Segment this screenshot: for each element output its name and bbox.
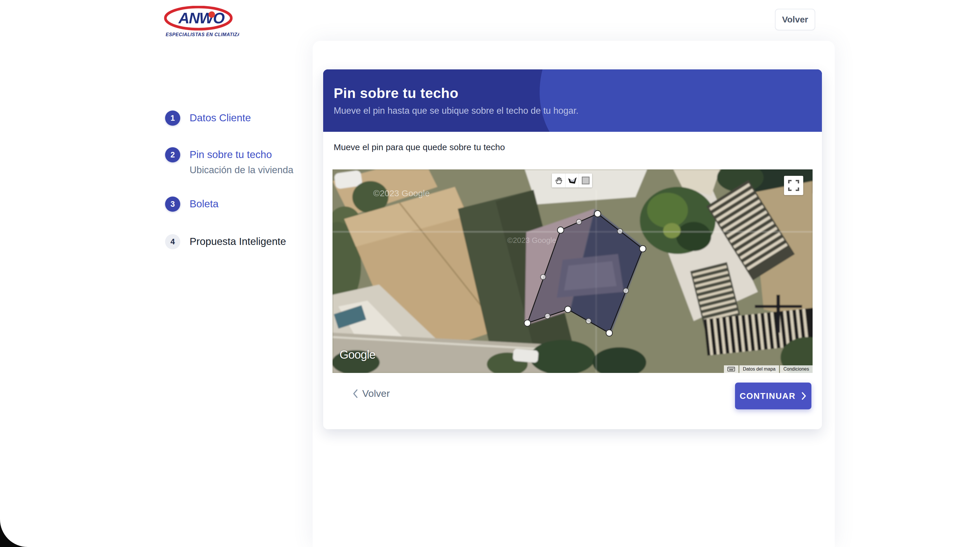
polygon-vertex-handle[interactable]	[524, 320, 531, 326]
step-label: Boleta	[189, 198, 218, 210]
step-sublabel: Ubicación de la vivienda	[189, 164, 293, 175]
step-label: Datos Cliente	[189, 112, 251, 124]
polygon-vertex-handle[interactable]	[606, 330, 612, 336]
map-terms-link[interactable]: Condiciones	[780, 365, 813, 373]
stepper-item-pin-techo[interactable]: 2 Pin sobre tu techo Ubicación de la viv…	[165, 147, 293, 175]
card-back-label: Volver	[362, 388, 390, 399]
polygon-vertex-handle[interactable]	[557, 227, 564, 233]
map-watermark: ©2023 Google	[373, 188, 430, 198]
card-title: Pin sobre tu techo	[334, 85, 458, 101]
polygon-midpoint-handle[interactable]	[623, 288, 628, 293]
card-subtitle: Mueve el pin hasta que se ubique sobre e…	[334, 105, 578, 116]
polygon-midpoint-handle[interactable]	[586, 318, 591, 324]
card-header: Pin sobre tu techo Mueve el pin hasta qu…	[323, 69, 822, 132]
map-fullscreen-button[interactable]	[784, 176, 803, 195]
chevron-right-icon	[801, 391, 807, 400]
polygon-vertex-handle[interactable]	[640, 245, 646, 252]
chevron-left-icon	[352, 389, 359, 399]
map-attribution-bar: Datos del mapa Condiciones	[724, 365, 813, 373]
map-instruction: Mueve el pin para que quede sobre tu tec…	[334, 142, 505, 152]
stepper-item-boleta[interactable]: 3 Boleta	[165, 197, 218, 211]
pan-hand-tool[interactable]	[552, 173, 565, 188]
continue-button[interactable]: CONTINUAR	[735, 383, 811, 409]
anwo-logo: ANWO ESPECIALISTAS EN CLIMATIZACIÓN	[163, 6, 239, 40]
step-label: Pin sobre tu techo	[189, 149, 293, 161]
logo-red-dot	[208, 11, 215, 18]
polygon-midpoint-handle[interactable]	[576, 219, 582, 224]
header-curve-shape	[539, 69, 822, 132]
google-logo[interactable]: Google	[339, 348, 375, 361]
polygon-midpoint-handle[interactable]	[545, 313, 550, 319]
top-back-button[interactable]: Volver	[775, 9, 815, 30]
map-watermark: ©2023 Google	[507, 236, 556, 245]
logo-tagline: ESPECIALISTAS EN CLIMATIZACIÓN	[165, 32, 239, 37]
polygon-vertex-handle[interactable]	[565, 306, 571, 313]
step-number-badge: 1	[165, 111, 180, 126]
polygon-midpoint-handle[interactable]	[617, 229, 623, 234]
rectangle-icon	[581, 176, 590, 185]
stepper-item-datos-cliente[interactable]: 1 Datos Cliente	[165, 111, 251, 126]
satellite-map[interactable]: ©2023 Google ©2023 Google	[332, 169, 813, 373]
step-label: Propuesta Inteligente	[189, 236, 286, 247]
hand-icon	[554, 176, 563, 185]
logo-text: ANWO	[178, 10, 224, 27]
polygon-icon	[567, 176, 578, 185]
step-number-badge: 2	[165, 147, 180, 162]
polygon-vertex-handle[interactable]	[594, 210, 601, 217]
step-number-badge: 3	[165, 197, 180, 211]
card-back-link[interactable]: Volver	[352, 388, 390, 399]
keyboard-shortcuts-button[interactable]	[724, 365, 738, 373]
polygon-midpoint-handle[interactable]	[541, 274, 546, 280]
pin-roof-card: Pin sobre tu techo Mueve el pin hasta qu…	[323, 69, 822, 429]
stepper-item-propuesta[interactable]: 4 Propuesta Inteligente	[165, 234, 286, 249]
map-drawing-toolbar	[552, 173, 592, 188]
continue-label: CONTINUAR	[740, 391, 795, 401]
step-number-badge: 4	[165, 234, 180, 249]
draw-polygon-tool[interactable]	[565, 173, 579, 188]
keyboard-icon	[727, 367, 735, 372]
fullscreen-icon	[786, 178, 801, 193]
draw-rectangle-tool[interactable]	[579, 173, 592, 188]
map-data-link[interactable]: Datos del mapa	[740, 365, 779, 373]
